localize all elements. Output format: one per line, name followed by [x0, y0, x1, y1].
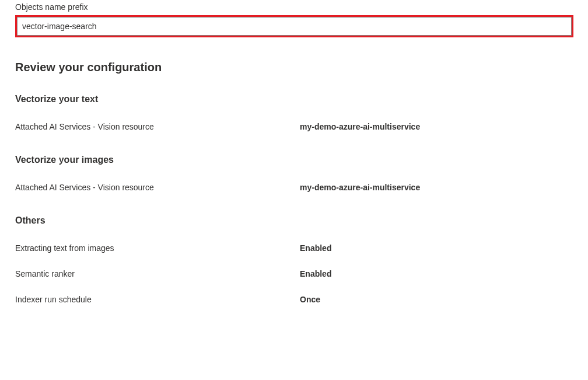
vectorize-images-row-value: my-demo-azure-ai-multiservice [300, 183, 420, 192]
objects-name-prefix-highlight [15, 15, 573, 37]
vectorize-text-row: Attached AI Services - Vision resource m… [15, 122, 573, 131]
vectorize-text-row-label: Attached AI Services - Vision resource [15, 122, 300, 131]
vectorize-images-row: Attached AI Services - Vision resource m… [15, 183, 573, 192]
objects-name-prefix-input[interactable] [17, 17, 572, 36]
review-heading: Review your configuration [15, 61, 573, 74]
others-row-extract-text: Extracting text from images Enabled [15, 243, 573, 253]
config-review-page: Objects name prefix Review your configur… [0, 0, 588, 336]
vectorize-text-row-value: my-demo-azure-ai-multiservice [300, 122, 420, 131]
others-row-indexer-schedule-label: Indexer run schedule [15, 295, 300, 304]
others-heading: Others [15, 215, 573, 226]
vectorize-text-heading: Vectorize your text [15, 94, 573, 104]
others-row-indexer-schedule-value: Once [300, 295, 320, 304]
others-row-indexer-schedule: Indexer run schedule Once [15, 295, 573, 304]
others-row-extract-text-label: Extracting text from images [15, 243, 300, 253]
vectorize-images-row-label: Attached AI Services - Vision resource [15, 183, 300, 192]
others-row-semantic-ranker: Semantic ranker Enabled [15, 269, 573, 278]
others-row-extract-text-value: Enabled [300, 243, 331, 253]
objects-name-prefix-label: Objects name prefix [15, 2, 573, 12]
vectorize-images-heading: Vectorize your images [15, 155, 573, 165]
others-row-semantic-ranker-label: Semantic ranker [15, 269, 300, 278]
others-row-semantic-ranker-value: Enabled [300, 269, 331, 278]
